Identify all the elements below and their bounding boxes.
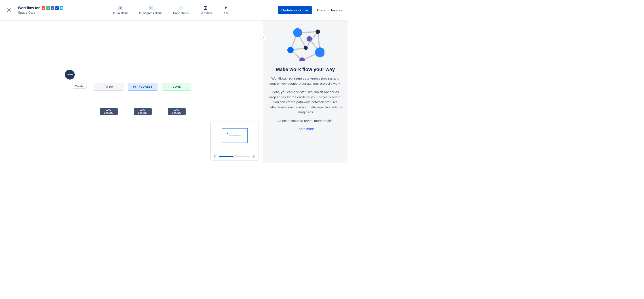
tool-label: Rule <box>223 11 229 15</box>
tool-label: Done status <box>173 11 188 15</box>
any-status-transition[interactable]: ANY STATUS <box>100 108 118 115</box>
svg-rect-0 <box>204 6 207 7</box>
status-toolbar: + To-do status + In-progress status + Do… <box>63 5 278 15</box>
plus-icon: + <box>179 5 183 10</box>
svg-point-4 <box>293 28 302 37</box>
create-transition[interactable]: Create <box>72 84 87 89</box>
minimap-start-dot <box>227 133 228 134</box>
workflow-canvas[interactable]: START Create TO DO IN PROGRESS DONE ANY … <box>0 20 263 163</box>
minimap-status-bar <box>233 135 236 136</box>
add-todo-status-button[interactable]: + To-do status <box>112 5 128 15</box>
project-subtitle: Space Cafe <box>18 10 63 14</box>
subtask-icon: ◪ <box>60 6 63 10</box>
svg-point-9 <box>315 47 324 57</box>
learn-more-link[interactable]: Learn more <box>268 127 342 131</box>
discard-changes-button[interactable]: Discard changes <box>317 8 342 12</box>
zoom-out-button[interactable] <box>213 154 217 159</box>
help-text: Select a status to reveal more details. <box>268 118 342 124</box>
status-done[interactable]: DONE <box>162 83 192 91</box>
lightning-icon <box>224 5 228 10</box>
zoom-in-icon <box>252 155 256 158</box>
add-rule-button[interactable]: Rule <box>223 5 229 15</box>
editor-header: Workflow for ● ▮ ⚡ ✓ ◪ Space Cafe + To-d… <box>0 0 348 20</box>
zoom-controls <box>212 154 257 159</box>
zoom-out-icon <box>213 155 217 158</box>
help-text: Here, you can add statuses, which appear… <box>268 90 342 115</box>
arrows-layer <box>0 20 67 54</box>
workflow-title: Workflow for <box>18 6 40 10</box>
svg-point-6 <box>306 36 312 41</box>
any-status-transition[interactable]: ANY STATUS <box>168 108 186 115</box>
update-workflow-button[interactable]: Update workflow <box>278 6 312 14</box>
status-in-progress[interactable]: IN PROGRESS <box>128 83 158 91</box>
close-button[interactable] <box>5 7 12 14</box>
start-node[interactable]: START <box>65 70 75 79</box>
collapse-panel-button[interactable] <box>260 34 266 40</box>
tool-label: To-do status <box>112 11 128 15</box>
tool-label: Transition <box>199 11 212 15</box>
add-transition-button[interactable]: Transition <box>199 5 212 15</box>
tool-label: In-progress status <box>139 11 162 15</box>
close-icon <box>6 7 12 13</box>
plus-icon: + <box>118 5 122 10</box>
any-status-transition[interactable]: ANY STATUS <box>134 108 152 115</box>
transition-icon <box>204 5 208 10</box>
plus-icon: + <box>148 5 153 10</box>
svg-rect-1 <box>204 9 207 9</box>
status-todo[interactable]: TO DO <box>94 83 124 91</box>
zoom-slider[interactable] <box>219 156 250 157</box>
chevron-right-icon <box>262 36 264 38</box>
minimap-status-bar <box>237 135 240 136</box>
help-title: Make work flow your way <box>268 67 342 72</box>
story-icon: ▮ <box>46 6 50 10</box>
add-inprogress-status-button[interactable]: + In-progress status <box>139 5 162 15</box>
issue-type-icons: ● ▮ ⚡ ✓ ◪ <box>42 6 63 10</box>
minimap <box>210 122 259 160</box>
help-text: Workflows represent your team's process … <box>268 76 342 86</box>
minimap-status-bar <box>229 135 232 136</box>
workflow-illustration <box>286 28 324 61</box>
svg-point-8 <box>287 47 294 53</box>
svg-point-5 <box>316 29 320 34</box>
svg-point-7 <box>304 46 308 50</box>
epic-icon: ⚡ <box>51 6 54 10</box>
zoom-thumb[interactable] <box>233 155 236 158</box>
help-panel: Make work flow your way Workflows repres… <box>263 20 348 163</box>
zoom-in-button[interactable] <box>252 154 256 159</box>
bug-icon: ● <box>42 6 46 10</box>
title-block: Workflow for ● ▮ ⚡ ✓ ◪ Space Cafe <box>18 6 63 14</box>
minimap-viewport[interactable] <box>222 128 248 143</box>
header-actions: Update workflow Discard changes <box>278 6 342 14</box>
task-icon: ✓ <box>55 6 59 10</box>
add-done-status-button[interactable]: + Done status <box>173 5 188 15</box>
